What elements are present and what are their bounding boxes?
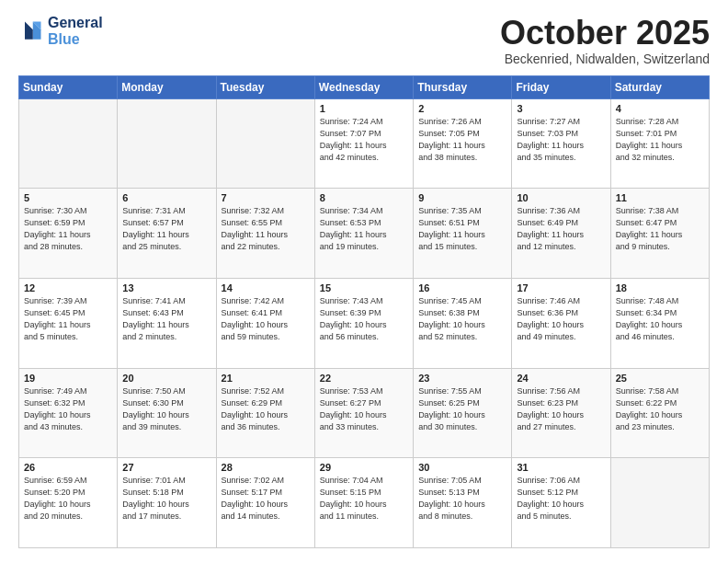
calendar-cell: 21Sunrise: 7:52 AM Sunset: 6:29 PM Dayli…	[216, 368, 314, 458]
day-number: 4	[616, 103, 704, 114]
calendar-cell: 18Sunrise: 7:48 AM Sunset: 6:34 PM Dayli…	[610, 278, 709, 368]
day-info: Sunrise: 7:43 AM Sunset: 6:39 PM Dayligh…	[320, 295, 408, 343]
dow-header: Thursday	[414, 75, 512, 98]
day-number: 13	[122, 282, 210, 293]
day-number: 25	[616, 373, 704, 384]
day-info: Sunrise: 7:41 AM Sunset: 6:43 PM Dayligh…	[122, 295, 210, 343]
day-number: 5	[24, 192, 112, 203]
calendar-cell: 4Sunrise: 7:28 AM Sunset: 7:01 PM Daylig…	[610, 98, 709, 189]
logo: General Blue	[18, 15, 103, 47]
calendar-cell	[216, 98, 314, 189]
day-number: 9	[418, 192, 506, 203]
calendar-cell: 11Sunrise: 7:38 AM Sunset: 6:47 PM Dayli…	[610, 189, 709, 279]
day-number: 8	[320, 192, 408, 203]
day-info: Sunrise: 7:24 AM Sunset: 7:07 PM Dayligh…	[320, 116, 408, 164]
day-number: 30	[418, 462, 506, 473]
calendar-cell: 25Sunrise: 7:58 AM Sunset: 6:22 PM Dayli…	[610, 368, 709, 458]
day-number: 26	[24, 462, 112, 473]
day-number: 2	[418, 103, 506, 114]
day-number: 27	[122, 462, 210, 473]
day-info: Sunrise: 7:53 AM Sunset: 6:27 PM Dayligh…	[320, 385, 408, 433]
calendar-week: 1Sunrise: 7:24 AM Sunset: 7:07 PM Daylig…	[19, 98, 710, 189]
day-number: 12	[24, 282, 112, 293]
day-info: Sunrise: 7:27 AM Sunset: 7:03 PM Dayligh…	[517, 116, 605, 164]
day-number: 14	[222, 282, 310, 293]
calendar-cell: 26Sunrise: 6:59 AM Sunset: 5:20 PM Dayli…	[19, 458, 118, 548]
calendar: SundayMondayTuesdayWednesdayThursdayFrid…	[18, 75, 710, 548]
day-info: Sunrise: 7:30 AM Sunset: 6:59 PM Dayligh…	[24, 205, 112, 253]
calendar-cell: 12Sunrise: 7:39 AM Sunset: 6:45 PM Dayli…	[19, 278, 118, 368]
day-info: Sunrise: 7:52 AM Sunset: 6:29 PM Dayligh…	[222, 385, 310, 433]
logo-text: General Blue	[48, 15, 103, 47]
header: General Blue October 2025 Beckenried, Ni…	[18, 15, 710, 66]
day-info: Sunrise: 7:35 AM Sunset: 6:51 PM Dayligh…	[418, 205, 506, 253]
day-number: 31	[517, 462, 605, 473]
calendar-body: 1Sunrise: 7:24 AM Sunset: 7:07 PM Daylig…	[19, 98, 710, 547]
calendar-cell: 22Sunrise: 7:53 AM Sunset: 6:27 PM Dayli…	[314, 368, 413, 458]
day-info: Sunrise: 7:46 AM Sunset: 6:36 PM Dayligh…	[517, 295, 605, 343]
day-number: 16	[418, 282, 506, 293]
day-info: Sunrise: 7:32 AM Sunset: 6:55 PM Dayligh…	[222, 205, 310, 253]
day-info: Sunrise: 7:36 AM Sunset: 6:49 PM Dayligh…	[517, 205, 605, 253]
dow-header: Sunday	[19, 75, 118, 98]
calendar-cell: 31Sunrise: 7:06 AM Sunset: 5:12 PM Dayli…	[512, 458, 610, 548]
location: Beckenried, Nidwalden, Switzerland	[500, 52, 710, 66]
calendar-cell: 28Sunrise: 7:02 AM Sunset: 5:17 PM Dayli…	[216, 458, 314, 548]
calendar-week: 26Sunrise: 6:59 AM Sunset: 5:20 PM Dayli…	[19, 458, 710, 548]
month-title: October 2025	[500, 15, 710, 52]
svg-marker-1	[25, 21, 33, 39]
calendar-cell: 6Sunrise: 7:31 AM Sunset: 6:57 PM Daylig…	[118, 189, 216, 279]
day-number: 19	[24, 373, 112, 384]
day-info: Sunrise: 7:06 AM Sunset: 5:12 PM Dayligh…	[517, 475, 605, 523]
calendar-cell: 23Sunrise: 7:55 AM Sunset: 6:25 PM Dayli…	[414, 368, 512, 458]
day-info: Sunrise: 7:55 AM Sunset: 6:25 PM Dayligh…	[418, 385, 506, 433]
day-info: Sunrise: 7:50 AM Sunset: 6:30 PM Dayligh…	[122, 385, 210, 433]
day-number: 7	[222, 192, 310, 203]
day-info: Sunrise: 7:58 AM Sunset: 6:22 PM Dayligh…	[616, 385, 704, 433]
dow-header: Saturday	[610, 75, 709, 98]
logo-icon	[18, 18, 44, 44]
day-number: 20	[122, 373, 210, 384]
day-number: 15	[320, 282, 408, 293]
day-info: Sunrise: 7:56 AM Sunset: 6:23 PM Dayligh…	[517, 385, 605, 433]
calendar-cell: 30Sunrise: 7:05 AM Sunset: 5:13 PM Dayli…	[414, 458, 512, 548]
day-info: Sunrise: 7:48 AM Sunset: 6:34 PM Dayligh…	[616, 295, 704, 343]
day-info: Sunrise: 6:59 AM Sunset: 5:20 PM Dayligh…	[24, 475, 112, 523]
calendar-cell: 14Sunrise: 7:42 AM Sunset: 6:41 PM Dayli…	[216, 278, 314, 368]
day-info: Sunrise: 7:49 AM Sunset: 6:32 PM Dayligh…	[24, 385, 112, 433]
calendar-cell: 19Sunrise: 7:49 AM Sunset: 6:32 PM Dayli…	[19, 368, 118, 458]
day-number: 10	[517, 192, 605, 203]
calendar-cell: 20Sunrise: 7:50 AM Sunset: 6:30 PM Dayli…	[118, 368, 216, 458]
calendar-cell: 2Sunrise: 7:26 AM Sunset: 7:05 PM Daylig…	[414, 98, 512, 189]
day-info: Sunrise: 7:05 AM Sunset: 5:13 PM Dayligh…	[418, 475, 506, 523]
calendar-cell: 13Sunrise: 7:41 AM Sunset: 6:43 PM Dayli…	[118, 278, 216, 368]
day-number: 1	[320, 103, 408, 114]
calendar-week: 5Sunrise: 7:30 AM Sunset: 6:59 PM Daylig…	[19, 189, 710, 279]
calendar-cell: 7Sunrise: 7:32 AM Sunset: 6:55 PM Daylig…	[216, 189, 314, 279]
day-info: Sunrise: 7:45 AM Sunset: 6:38 PM Dayligh…	[418, 295, 506, 343]
day-of-week-row: SundayMondayTuesdayWednesdayThursdayFrid…	[19, 75, 710, 98]
day-info: Sunrise: 7:42 AM Sunset: 6:41 PM Dayligh…	[222, 295, 310, 343]
calendar-cell: 1Sunrise: 7:24 AM Sunset: 7:07 PM Daylig…	[314, 98, 413, 189]
title-block: October 2025 Beckenried, Nidwalden, Swit…	[500, 15, 710, 66]
day-number: 11	[616, 192, 704, 203]
calendar-cell: 16Sunrise: 7:45 AM Sunset: 6:38 PM Dayli…	[414, 278, 512, 368]
day-info: Sunrise: 7:02 AM Sunset: 5:17 PM Dayligh…	[222, 475, 310, 523]
calendar-cell: 15Sunrise: 7:43 AM Sunset: 6:39 PM Dayli…	[314, 278, 413, 368]
calendar-cell	[19, 98, 118, 189]
calendar-cell: 27Sunrise: 7:01 AM Sunset: 5:18 PM Dayli…	[118, 458, 216, 548]
calendar-cell: 17Sunrise: 7:46 AM Sunset: 6:36 PM Dayli…	[512, 278, 610, 368]
day-info: Sunrise: 7:39 AM Sunset: 6:45 PM Dayligh…	[24, 295, 112, 343]
day-info: Sunrise: 7:04 AM Sunset: 5:15 PM Dayligh…	[320, 475, 408, 523]
dow-header: Monday	[118, 75, 216, 98]
calendar-cell: 10Sunrise: 7:36 AM Sunset: 6:49 PM Dayli…	[512, 189, 610, 279]
calendar-cell: 8Sunrise: 7:34 AM Sunset: 6:53 PM Daylig…	[314, 189, 413, 279]
calendar-cell: 9Sunrise: 7:35 AM Sunset: 6:51 PM Daylig…	[414, 189, 512, 279]
day-number: 22	[320, 373, 408, 384]
calendar-week: 19Sunrise: 7:49 AM Sunset: 6:32 PM Dayli…	[19, 368, 710, 458]
day-info: Sunrise: 7:26 AM Sunset: 7:05 PM Dayligh…	[418, 116, 506, 164]
calendar-cell	[610, 458, 709, 548]
day-info: Sunrise: 7:28 AM Sunset: 7:01 PM Dayligh…	[616, 116, 704, 164]
dow-header: Wednesday	[314, 75, 413, 98]
day-info: Sunrise: 7:31 AM Sunset: 6:57 PM Dayligh…	[122, 205, 210, 253]
